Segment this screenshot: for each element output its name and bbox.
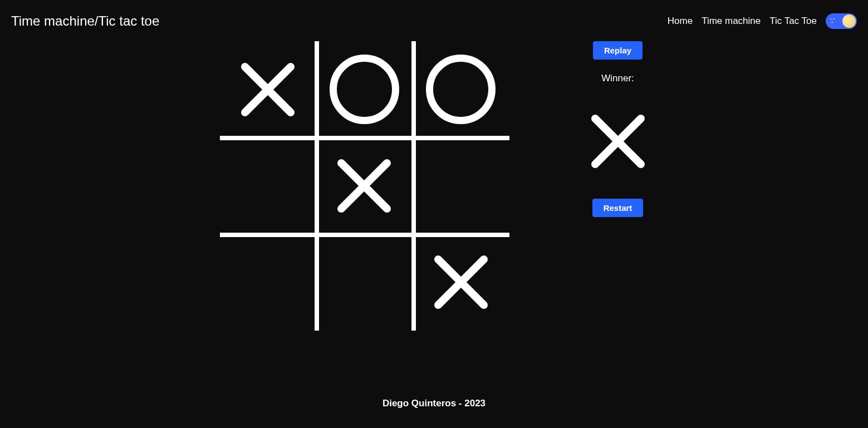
header: Time machine/Tic tac toe Home Time machi… xyxy=(0,0,868,33)
board-cell-7[interactable] xyxy=(316,234,413,331)
replay-button[interactable]: Replay xyxy=(593,41,643,60)
board-cell-4[interactable] xyxy=(316,137,413,234)
stars-icon: • • • xyxy=(830,17,835,24)
empty-cell xyxy=(334,252,395,313)
o-mark-icon xyxy=(426,55,496,124)
board-cell-1[interactable] xyxy=(316,41,413,137)
x-mark-icon xyxy=(587,111,649,172)
winner-label: Winner: xyxy=(601,73,634,84)
side-panel: Replay Winner: Restart xyxy=(587,41,649,379)
board-cell-6[interactable] xyxy=(220,234,316,331)
board-cell-3[interactable] xyxy=(220,137,316,234)
board-cell-8[interactable] xyxy=(413,234,509,331)
nav-time-machine[interactable]: Time machine xyxy=(702,16,761,27)
moon-icon xyxy=(842,14,856,28)
o-mark-icon xyxy=(330,55,399,124)
x-mark-icon xyxy=(237,59,298,120)
game-board xyxy=(220,41,509,331)
x-mark-icon xyxy=(334,155,395,217)
restart-button[interactable]: Restart xyxy=(592,199,644,217)
nav-tic-tac-toe[interactable]: Tic Tac Toe xyxy=(769,16,817,27)
footer: Diego Quinteros - 2023 xyxy=(0,379,868,428)
main-nav: Home Time machine Tic Tac Toe • • • xyxy=(668,13,857,29)
page-title: Time machine/Tic tac toe xyxy=(11,13,159,29)
empty-cell xyxy=(430,155,492,217)
empty-cell xyxy=(237,252,298,313)
empty-cell xyxy=(237,155,298,217)
main: Replay Winner: Restart xyxy=(0,33,868,379)
winner-mark xyxy=(587,111,649,172)
nav-home[interactable]: Home xyxy=(668,16,693,27)
board-cell-2[interactable] xyxy=(413,41,509,137)
x-mark-icon xyxy=(430,252,492,313)
footer-text: Diego Quinteros - 2023 xyxy=(382,398,486,409)
board-cell-5[interactable] xyxy=(413,137,509,234)
theme-toggle[interactable]: • • • xyxy=(826,13,857,29)
board-cell-0[interactable] xyxy=(220,41,316,137)
